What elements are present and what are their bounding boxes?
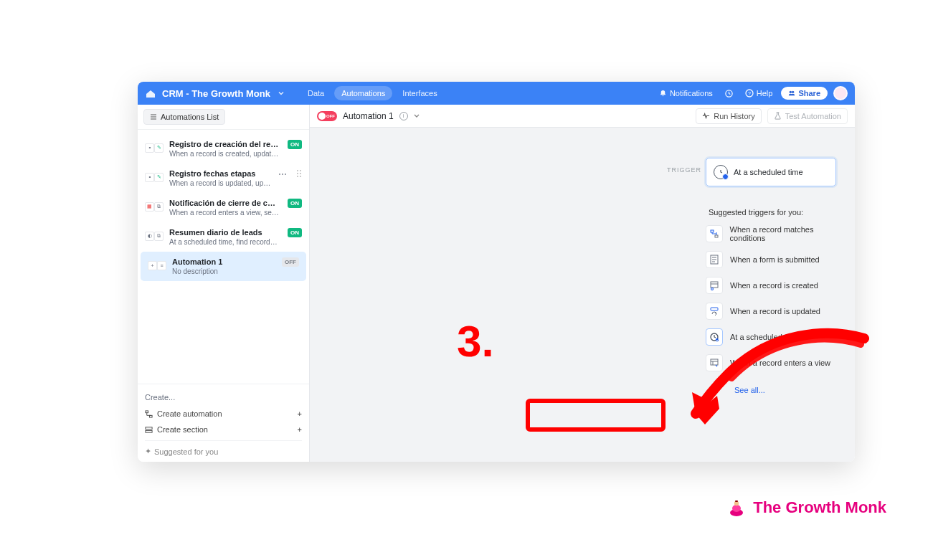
flow-icon: [145, 410, 153, 418]
automation-item-selected[interactable]: +≡ Automation 1 No description OFF: [141, 252, 306, 281]
people-icon: [788, 90, 795, 97]
plus-icon: +: [298, 425, 302, 434]
list-icon: [150, 113, 157, 120]
automations-list-toggle[interactable]: Automations List: [143, 109, 225, 125]
svg-point-5: [297, 170, 298, 171]
automation-desc: When a record enters a view, send a Slac…: [169, 209, 279, 217]
user-avatar[interactable]: [833, 86, 848, 100]
automation-name: Automation 1: [172, 257, 273, 266]
create-section-button[interactable]: Create section +: [145, 422, 302, 437]
base-title[interactable]: CRM - The Growth Monk: [162, 88, 270, 99]
automation-desc: When a record is updated, update a reco.…: [169, 179, 273, 187]
record-created-icon: [706, 277, 723, 294]
trigger-section-label: TRIGGER: [667, 166, 701, 174]
suggested-triggers-list: When a record matches conditions When a …: [706, 221, 849, 376]
status-badge: OFF: [282, 257, 299, 267]
svg-point-25: [732, 505, 741, 512]
see-all-link[interactable]: See all...: [734, 386, 765, 394]
svg-rect-11: [146, 410, 148, 412]
plus-icon: +: [298, 409, 302, 418]
brand-name: The Growth Monk: [753, 498, 886, 517]
svg-point-8: [300, 173, 301, 174]
svg-text:?: ?: [748, 91, 751, 96]
svg-rect-13: [146, 427, 152, 429]
app-window: CRM - The Growth Monk Data Automations I…: [138, 82, 855, 462]
svg-point-4: [792, 91, 794, 93]
brand-footer: The Growth Monk: [727, 498, 886, 517]
annotation-step-number: 3.: [457, 315, 494, 366]
automation-desc: At a scheduled time, find records, and 1…: [169, 238, 279, 246]
topbar: CRM - The Growth Monk Data Automations I…: [138, 82, 855, 105]
svg-rect-14: [146, 430, 152, 432]
automation-desc: No description: [172, 267, 273, 275]
view-icon: [706, 354, 723, 371]
svg-point-6: [300, 170, 301, 171]
svg-rect-27: [735, 500, 738, 502]
svg-point-9: [297, 176, 298, 177]
main-toolbar: OFF Automation 1 i Run History Test Auto…: [310, 105, 855, 128]
brand-logo-icon: [727, 498, 746, 517]
sidebar-footer: Create... Create automation + Create sec…: [138, 384, 309, 462]
history-icon: [724, 89, 734, 98]
automation-name: Registro de creación del registro: [169, 140, 279, 148]
run-history-button[interactable]: Run History: [696, 108, 761, 124]
tab-automations[interactable]: Automations: [334, 86, 392, 100]
clock-icon: [706, 328, 723, 346]
automation-item[interactable]: ◐⧉ Resumen diario de leads At a schedule…: [138, 222, 309, 252]
trigger-option-updated[interactable]: When a record is updated: [706, 298, 849, 324]
trigger-option-form[interactable]: When a form is submitted: [706, 247, 849, 272]
tab-interfaces[interactable]: Interfaces: [395, 86, 444, 100]
sidebar-header: Automations List: [138, 105, 309, 130]
trigger-option-created[interactable]: When a record is created: [706, 272, 849, 298]
automation-item[interactable]: ▦⧉ Notificación de cierre de contrato Wh…: [138, 193, 309, 222]
info-icon[interactable]: i: [399, 112, 408, 120]
automation-title[interactable]: Automation 1: [343, 111, 394, 121]
svg-rect-23: [711, 359, 718, 365]
more-icon[interactable]: ⋯: [278, 169, 288, 179]
main-panel: OFF Automation 1 i Run History Test Auto…: [310, 105, 855, 462]
form-icon: [706, 251, 723, 268]
svg-point-10: [300, 176, 301, 177]
automation-name: Registro fechas etapas: [169, 169, 273, 178]
sidebar: Automations List ⚬✎ Registro de creación…: [138, 105, 310, 462]
suggested-for-you-button[interactable]: ✦ Suggested for you: [145, 440, 302, 462]
svg-rect-16: [715, 235, 718, 237]
automation-canvas: TRIGGER At a scheduled time Suggested tr…: [310, 128, 855, 462]
drag-handle-icon[interactable]: [296, 169, 302, 178]
trigger-option-enters-view[interactable]: When a record enters a view: [706, 350, 849, 376]
test-automation-button[interactable]: Test Automation: [767, 108, 848, 124]
create-automation-button[interactable]: Create automation +: [145, 406, 302, 422]
tab-data[interactable]: Data: [300, 86, 331, 100]
flask-icon: [774, 112, 782, 120]
app-logo-icon: [145, 87, 156, 99]
trigger-option-scheduled[interactable]: At a scheduled time: [706, 324, 849, 350]
svg-point-3: [790, 91, 792, 93]
trigger-option-conditions[interactable]: When a record matches conditions: [706, 221, 849, 247]
help-button[interactable]: ? Help: [742, 89, 776, 98]
nav-tabs: Data Automations Interfaces: [300, 86, 445, 100]
status-badge: ON: [288, 199, 302, 208]
activity-icon: [702, 112, 710, 120]
section-icon: [145, 426, 153, 434]
trigger-card[interactable]: At a scheduled time: [706, 158, 836, 186]
record-updated-icon: [706, 303, 723, 320]
automation-item[interactable]: ⚬✎ Registro fechas etapas When a record …: [138, 163, 309, 193]
bell-icon: [659, 90, 667, 98]
create-label: Create...: [145, 389, 302, 406]
notifications-button[interactable]: Notifications: [656, 89, 716, 98]
chevron-down-icon[interactable]: [278, 90, 285, 97]
history-button[interactable]: [721, 89, 737, 98]
suggested-triggers-header: Suggested triggers for you:: [709, 208, 803, 217]
conditions-icon: [706, 225, 723, 242]
svg-rect-18: [711, 282, 718, 288]
svg-point-7: [297, 173, 298, 174]
automation-desc: When a record is created, update a recor…: [169, 150, 279, 158]
chevron-down-icon[interactable]: [414, 113, 420, 119]
automation-toggle[interactable]: OFF: [317, 111, 337, 121]
share-button[interactable]: Share: [781, 87, 828, 100]
svg-rect-15: [711, 230, 714, 232]
automation-name: Resumen diario de leads: [169, 228, 279, 237]
automation-item[interactable]: ⚬✎ Registro de creación del registro Whe…: [138, 134, 309, 163]
automation-name: Notificación de cierre de contrato: [169, 199, 279, 207]
status-badge: ON: [288, 140, 302, 149]
